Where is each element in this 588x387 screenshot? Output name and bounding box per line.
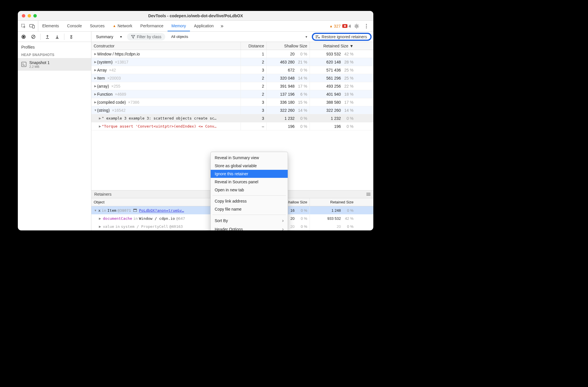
errors-number: 4 — [349, 24, 351, 28]
retainers-menu-icon[interactable] — [366, 193, 370, 196]
restore-ignored-retainers-button[interactable]: Restore ignored retainers — [312, 33, 372, 41]
disclosure-icon[interactable]: ▶ — [94, 52, 97, 55]
disclosure-icon[interactable]: ▶ — [94, 93, 97, 96]
ctx-reveal-sources[interactable]: Reveal in Sources panel — [211, 178, 288, 186]
titlebar: DevTools - codepen.io/web-dot-dev/live/P… — [18, 11, 373, 21]
filter-placeholder: Filter by class — [137, 34, 162, 39]
disclosure-icon[interactable]: ▶ — [98, 125, 102, 128]
close-window-button[interactable] — [22, 14, 25, 18]
snapshot-size: 2.2 MB — [29, 65, 50, 68]
table-row[interactable]: ▶Item×20003 2 320 04814 % 561 29625 % — [91, 74, 373, 82]
constructors-header: Constructor Distance Shallow Size Retain… — [91, 42, 373, 50]
tab-network-label: Network — [118, 24, 132, 28]
col-retained[interactable]: Retained Size▼ — [310, 42, 356, 50]
svg-line-8 — [355, 24, 356, 25]
table-row[interactable]: ▶(compiled code)×7386 3 336 18015 % 388 … — [91, 98, 373, 106]
snapshot-name: Snapshot 1 — [29, 60, 50, 65]
restore-label: Restore ignored retainers — [322, 34, 367, 39]
download-icon[interactable] — [53, 33, 61, 41]
disclosure-icon[interactable]: ▶ — [94, 60, 97, 63]
ctx-store-global[interactable]: Store as global variable — [211, 162, 288, 170]
disclosure-icon[interactable]: ▶ — [98, 217, 102, 220]
ctx-copy-filename[interactable]: Copy file name — [211, 205, 288, 213]
profile-toolbar — [18, 32, 91, 42]
tab-memory[interactable]: Memory — [168, 21, 190, 31]
upload-icon[interactable] — [43, 33, 51, 41]
tab-network[interactable]: Network — [109, 21, 136, 31]
more-tabs-icon[interactable]: » — [218, 23, 226, 29]
divider — [40, 34, 41, 40]
table-row[interactable]: ▶"Torque assert 'Convert<uintptr>(endInd… — [91, 122, 373, 130]
minimize-window-button[interactable] — [28, 14, 31, 18]
col-retained[interactable]: Retained Size — [310, 198, 356, 206]
record-icon[interactable] — [20, 33, 28, 41]
body-area: Profiles HEAP SNAPSHOTS Snapshot 1 2.2 M… — [18, 32, 373, 230]
ctx-separator — [212, 195, 286, 196]
sort-desc-icon: ▼ — [349, 44, 353, 48]
warnings-number: 327 — [334, 24, 341, 28]
disclosure-icon[interactable]: ▶ — [98, 225, 102, 228]
tab-sources[interactable]: Sources — [86, 21, 109, 31]
disclosure-icon[interactable]: ▶ — [94, 101, 97, 104]
svg-point-16 — [23, 36, 25, 38]
snapshot-item[interactable]: Snapshot 1 2.2 MB — [18, 58, 91, 71]
disclosure-icon[interactable]: ▼ — [94, 109, 97, 112]
table-row[interactable]: ▶" example 3 example 3: scattered object… — [91, 114, 373, 122]
window-title: DevTools - codepen.io/web-dot-dev/live/P… — [18, 14, 373, 18]
disclosure-icon[interactable]: ▶ — [98, 117, 102, 120]
tab-elements[interactable]: Elements — [38, 21, 63, 31]
table-row[interactable]: ▶Window / https://cdpn.io 1 200 % 933 53… — [91, 50, 373, 58]
svg-point-14 — [366, 27, 367, 28]
disclosure-icon[interactable]: ▶ — [94, 68, 97, 72]
all-objects-label: All objects — [171, 34, 188, 39]
table-row[interactable]: ▶(system)×13817 2 463 28021 % 620 14828 … — [91, 58, 373, 66]
script-icon — [133, 209, 137, 212]
ctx-header-options[interactable]: Header Options — [211, 225, 288, 230]
filter-input[interactable]: Filter by class — [127, 33, 166, 41]
svg-line-11 — [358, 24, 358, 25]
svg-line-10 — [355, 27, 356, 28]
kebab-menu-icon[interactable] — [362, 22, 370, 30]
col-shallow[interactable]: Shallow Size — [267, 42, 310, 50]
sidebar-column: Profiles HEAP SNAPSHOTS Snapshot 1 2.2 M… — [18, 32, 91, 230]
summary-dropdown[interactable]: Summary — [93, 33, 125, 40]
table-row[interactable]: ▶Array×42 3 6720 % 571 43625 % — [91, 66, 373, 74]
source-link[interactable]: PoLdbOX?anon=true&v… — [139, 208, 184, 213]
divider — [64, 34, 64, 40]
gear-icon[interactable] — [353, 22, 361, 30]
tab-console[interactable]: Console — [63, 21, 86, 31]
all-objects-dropdown[interactable]: All objects — [168, 34, 310, 39]
svg-line-18 — [32, 36, 34, 38]
ctx-ignore-retainer[interactable]: Ignore this retainer — [211, 170, 288, 178]
panel-tabs: Elements Console Sources Network Perform… — [38, 21, 326, 31]
table-row[interactable]: ▶Function×4689 2 137 1966 % 401 94018 % — [91, 90, 373, 98]
col-constructor[interactable]: Constructor — [91, 42, 241, 50]
ctx-open-new-tab[interactable]: Open in new tab — [211, 186, 288, 194]
snapshot-icon — [21, 62, 26, 67]
errors-badge-icon[interactable] — [342, 24, 347, 28]
tab-application[interactable]: Application — [190, 21, 218, 31]
traffic-lights — [22, 14, 37, 18]
disclosure-icon[interactable]: ▶ — [94, 76, 97, 80]
table-row[interactable]: ▼(string)×16542 3 322 26014 % 322 26014 … — [91, 106, 373, 114]
collect-garbage-icon[interactable] — [67, 33, 75, 41]
svg-rect-2 — [32, 25, 34, 28]
col-distance[interactable]: Distance — [241, 42, 267, 50]
ctx-copy-link[interactable]: Copy link address — [211, 197, 288, 205]
device-toolbar-icon[interactable] — [28, 22, 36, 30]
zoom-window-button[interactable] — [33, 14, 37, 18]
tab-performance[interactable]: Performance — [136, 21, 167, 31]
svg-point-12 — [366, 24, 367, 25]
inspect-element-icon[interactable] — [20, 22, 28, 30]
summary-label: Summary — [96, 34, 113, 39]
disclosure-icon[interactable]: ▶ — [94, 84, 97, 88]
svg-rect-21 — [71, 37, 72, 38]
ctx-sort-by[interactable]: Sort By — [211, 216, 288, 225]
profiles-heading: Profiles — [18, 42, 91, 52]
disclosure-icon[interactable]: ▼ — [94, 209, 97, 212]
clear-icon[interactable] — [29, 33, 37, 41]
warnings-count[interactable]: 327 — [329, 24, 341, 28]
ctx-reveal-summary[interactable]: Reveal in Summary view — [211, 154, 288, 162]
table-row[interactable]: ▶(array)×255 2 391 94817 % 493 25622 % — [91, 82, 373, 90]
heap-snapshots-heading: HEAP SNAPSHOTS — [18, 52, 91, 58]
